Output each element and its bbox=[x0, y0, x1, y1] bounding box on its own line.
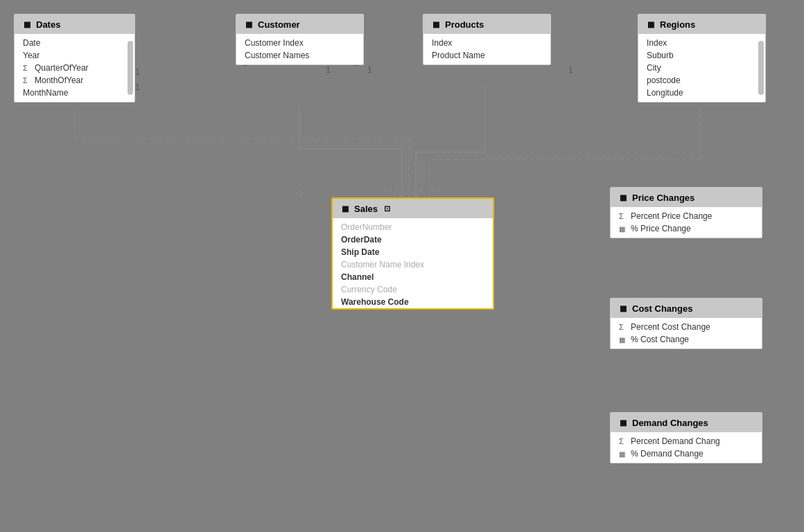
list-item: postcode bbox=[638, 74, 765, 87]
sigma-icon: Σ bbox=[23, 64, 31, 72]
demand-changes-body: Σ Percent Demand Chang ▦ % Demand Change bbox=[611, 432, 762, 463]
svg-text:*: * bbox=[407, 186, 411, 197]
table-icon-regions: ▦ bbox=[645, 19, 656, 30]
field-label: Percent Cost Change bbox=[631, 322, 710, 332]
field-label: Customer Names bbox=[245, 51, 309, 60]
scrollbar[interactable] bbox=[758, 41, 764, 95]
price-changes-body: Σ Percent Price Change ▦ % Price Change bbox=[611, 207, 762, 238]
field-label: % Price Change bbox=[631, 224, 691, 233]
list-item: Year bbox=[15, 49, 134, 62]
field-label: Currency Code bbox=[341, 285, 397, 294]
price-changes-title: Price Changes bbox=[632, 193, 694, 203]
demand-changes-header: ▦ Demand Changes bbox=[611, 413, 762, 432]
field-label: QuarterOfYear bbox=[35, 63, 89, 73]
list-item: ▦ % Price Change bbox=[611, 222, 762, 235]
list-item: Suburb bbox=[638, 49, 765, 62]
list-item: OrderNumber bbox=[333, 221, 493, 233]
svg-text:1: 1 bbox=[568, 65, 573, 75]
sales-title: Sales bbox=[354, 204, 378, 214]
svg-text:1: 1 bbox=[135, 82, 140, 92]
field-label: OrderNumber bbox=[341, 222, 392, 232]
demand-changes-table[interactable]: ▦ Demand Changes Σ Percent Demand Chang … bbox=[610, 412, 762, 463]
calendar-icon: ▦ bbox=[619, 225, 627, 233]
field-label: % Demand Change bbox=[631, 449, 704, 459]
cost-changes-table[interactable]: ▦ Cost Changes Σ Percent Cost Change ▦ %… bbox=[610, 298, 762, 349]
sigma-icon: Σ bbox=[619, 437, 627, 445]
products-table-body: Index Product Name bbox=[423, 34, 550, 64]
customer-table-header: ▦ Customer bbox=[236, 15, 363, 34]
sales-collapse-icon[interactable]: ⊡ bbox=[384, 204, 390, 213]
list-item: Date bbox=[15, 37, 134, 49]
list-item: Customer Index bbox=[236, 37, 363, 49]
list-item: Index bbox=[423, 37, 550, 49]
scrollbar[interactable] bbox=[128, 41, 133, 95]
customer-table-body: Customer Index Customer Names bbox=[236, 34, 363, 64]
list-item: Channel bbox=[333, 271, 493, 283]
products-table[interactable]: ▦ Products Index Product Name bbox=[423, 14, 551, 65]
svg-point-16 bbox=[413, 191, 419, 197]
field-label: Channel bbox=[341, 272, 374, 282]
list-item: Longitude bbox=[638, 87, 765, 99]
customer-title: Customer bbox=[258, 19, 300, 30]
sigma-icon: Σ bbox=[619, 212, 627, 220]
cost-changes-title: Cost Changes bbox=[632, 303, 692, 314]
field-label: % Cost Change bbox=[631, 335, 689, 344]
field-label: Suburb bbox=[647, 51, 674, 60]
field-label: Product Name bbox=[432, 51, 485, 60]
field-label: Date bbox=[23, 38, 40, 48]
dates-table[interactable]: ▦ Dates Date Year Σ QuarterOfYear Σ Mont… bbox=[14, 14, 135, 103]
calendar-icon: ▦ bbox=[619, 336, 627, 344]
price-changes-header: ▦ Price Changes bbox=[611, 188, 762, 207]
table-icon-sales: ▦ bbox=[340, 203, 351, 214]
price-changes-table[interactable]: ▦ Price Changes Σ Percent Price Change ▦… bbox=[610, 187, 762, 238]
field-label: Longitude bbox=[647, 88, 683, 98]
list-item: Customer Names bbox=[236, 49, 363, 62]
field-label: Warehouse Code bbox=[341, 297, 409, 307]
diagram-container: 1 1 1 1 1 * * * * * 1 1 ▦ Dat bbox=[0, 0, 804, 532]
svg-text:1: 1 bbox=[326, 65, 331, 75]
sigma-icon: Σ bbox=[23, 76, 31, 85]
regions-table-header: ▦ Regions bbox=[638, 15, 765, 34]
regions-title: Regions bbox=[660, 19, 695, 30]
products-table-header: ▦ Products bbox=[423, 15, 550, 34]
list-item: Σ Percent Price Change bbox=[611, 210, 762, 222]
field-label: City bbox=[647, 63, 661, 73]
svg-text:*: * bbox=[419, 186, 423, 197]
list-item: Currency Code bbox=[333, 283, 493, 296]
cost-changes-body: Σ Percent Cost Change ▦ % Cost Change bbox=[611, 318, 762, 348]
field-label: Index bbox=[432, 38, 452, 48]
field-label: Customer Index bbox=[245, 38, 304, 48]
svg-text:1: 1 bbox=[367, 65, 372, 75]
list-item: ▦ % Cost Change bbox=[611, 333, 762, 346]
list-item: Customer Name Index bbox=[333, 258, 493, 271]
field-label: Percent Price Change bbox=[631, 211, 712, 221]
sales-table[interactable]: ▦ Sales ⊡ OrderNumber OrderDate Ship Dat… bbox=[331, 197, 494, 310]
list-item: Ship Date bbox=[333, 246, 493, 258]
svg-text:*: * bbox=[383, 186, 387, 197]
field-label: Year bbox=[23, 51, 40, 60]
sales-table-body: OrderNumber OrderDate Ship Date Customer… bbox=[333, 218, 493, 308]
table-icon-dates: ▦ bbox=[21, 19, 33, 30]
field-label: MonthOfYear bbox=[35, 76, 83, 85]
list-item: Warehouse Code bbox=[333, 296, 493, 308]
sigma-icon: Σ bbox=[619, 323, 627, 331]
products-title: Products bbox=[445, 19, 484, 30]
sales-table-header: ▦ Sales ⊡ bbox=[333, 199, 493, 218]
field-label: Index bbox=[647, 38, 667, 48]
list-item: City bbox=[638, 62, 765, 74]
customer-table[interactable]: ▦ Customer Customer Index Customer Names bbox=[236, 14, 364, 65]
calendar-icon: ▦ bbox=[619, 450, 627, 458]
list-item: Σ MonthOfYear bbox=[15, 74, 134, 87]
svg-text:*: * bbox=[430, 186, 435, 197]
regions-table[interactable]: ▦ Regions Index Suburb City postcode Lon… bbox=[638, 14, 766, 103]
dates-table-body: Date Year Σ QuarterOfYear Σ MonthOfYear … bbox=[15, 34, 134, 102]
svg-point-10 bbox=[297, 191, 302, 197]
list-item: Σ Percent Demand Chang bbox=[611, 435, 762, 447]
list-item: ▦ % Demand Change bbox=[611, 447, 762, 460]
demand-changes-title: Demand Changes bbox=[632, 418, 708, 428]
list-item: Product Name bbox=[423, 49, 550, 62]
svg-point-11 bbox=[399, 191, 405, 197]
table-icon-products: ▦ bbox=[430, 19, 442, 30]
svg-text:*: * bbox=[395, 186, 399, 197]
list-item: Σ Percent Cost Change bbox=[611, 321, 762, 333]
